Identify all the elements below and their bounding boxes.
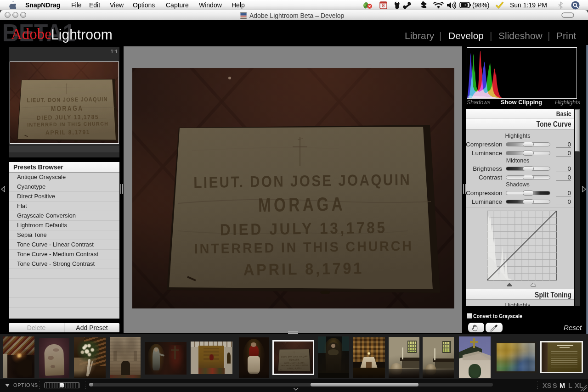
svg-text:8: 8: [382, 3, 385, 8]
